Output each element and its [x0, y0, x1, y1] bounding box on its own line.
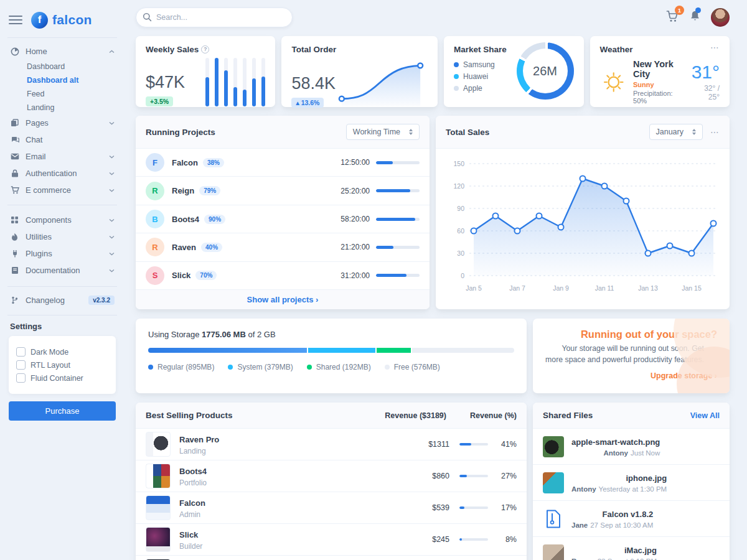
project-avatar: R: [146, 238, 164, 256]
sidebar-item-components[interactable]: Components: [9, 212, 116, 228]
product-name-link[interactable]: Slick: [179, 530, 198, 539]
sidebar-item-email[interactable]: Email: [9, 148, 116, 165]
sidebar-item-landing[interactable]: Landing: [26, 101, 116, 114]
chevron-down-icon: [108, 218, 115, 222]
dark-mode-checkbox[interactable]: [16, 347, 26, 357]
sidebar-item-pages[interactable]: Pages: [9, 114, 116, 131]
file-time: Just Now: [631, 449, 660, 457]
total-sales-menu-icon[interactable]: ⋯: [710, 129, 720, 134]
file-thumbnail: [543, 436, 564, 457]
weekly-sales-bar-chart: [205, 58, 265, 106]
notification-dot: [695, 7, 701, 13]
working-time-select[interactable]: Working Time: [346, 124, 420, 140]
project-time: 31:20:00: [341, 271, 370, 280]
project-progress-bar: [376, 218, 420, 221]
file-thumbnail: [543, 472, 564, 493]
sidebar-item-utilities[interactable]: Utilities: [9, 228, 116, 245]
project-row: R Reign 79% 25:20:00: [136, 177, 430, 205]
file-author: Jane: [571, 521, 588, 529]
search-input[interactable]: [136, 7, 293, 27]
fluid-container-checkbox[interactable]: [16, 373, 26, 383]
cart-icon: [10, 186, 19, 194]
market-share-legend: Samsung Huawei Apple: [454, 60, 507, 93]
sidebar-item-authentication[interactable]: Authentication: [9, 165, 116, 182]
product-price: $539: [421, 503, 449, 512]
product-name-link[interactable]: Boots4: [179, 467, 207, 476]
svg-text:0: 0: [461, 272, 464, 279]
huawei-dot: [454, 74, 459, 79]
product-name-link[interactable]: Raven Pro: [179, 435, 219, 444]
product-name-link[interactable]: Falcon: [179, 498, 205, 508]
running-projects-title: Running Projects: [146, 128, 215, 137]
sidebar-item-dashboard[interactable]: Dashboard: [26, 60, 116, 73]
cart-button[interactable]: 1: [666, 10, 679, 25]
rtl-layout-checkbox[interactable]: [16, 360, 26, 370]
cart-badge: 1: [675, 6, 684, 15]
hamburger-menu-icon[interactable]: [9, 13, 22, 27]
total-order-value: 58.4K: [291, 74, 336, 93]
falcon-logo-icon: f: [31, 12, 48, 29]
month-select[interactable]: January: [649, 124, 703, 140]
svg-text:Jan 9: Jan 9: [553, 284, 569, 292]
sidebar-item-feed[interactable]: Feed: [26, 87, 116, 101]
sidebar-item-home[interactable]: Home: [9, 43, 116, 60]
purchase-button[interactable]: Purchase: [9, 401, 116, 421]
info-icon[interactable]: ?: [201, 45, 209, 54]
project-row: B Boots4 90% 58:20:00: [136, 205, 430, 233]
file-name-link[interactable]: iphone.jpg: [626, 474, 667, 483]
file-author: Rowen: [571, 558, 595, 560]
fluid-container-toggle[interactable]: Fluid Container: [16, 373, 108, 383]
product-percent: 41%: [498, 440, 517, 449]
user-avatar[interactable]: [711, 8, 730, 27]
project-name-link[interactable]: Reign: [172, 186, 194, 195]
samsung-dot: [454, 62, 459, 67]
falcon-logo[interactable]: f falcon: [31, 12, 92, 29]
pages-icon: [10, 119, 19, 127]
chart-pie-icon: [10, 47, 19, 56]
notifications-button[interactable]: [689, 10, 701, 25]
view-all-link[interactable]: View All: [690, 411, 720, 420]
file-name-link[interactable]: Falcon v1.8.2: [603, 510, 654, 519]
file-time: 23 Sep at 6:10 PM: [598, 558, 657, 560]
rtl-layout-toggle[interactable]: RTL Layout: [16, 360, 108, 370]
project-name-link[interactable]: Slick: [172, 271, 190, 280]
chevron-down-icon: [108, 121, 115, 125]
file-name-link[interactable]: iMac.jpg: [624, 546, 657, 555]
sidebar-item-ecommerce[interactable]: E commerce: [9, 182, 116, 198]
file-thumbnail: [543, 544, 564, 560]
project-progress-bar: [376, 274, 420, 277]
weekly-sales-badge: +3.5%: [146, 96, 173, 106]
sidebar-item-documentation[interactable]: Documentation: [9, 262, 116, 279]
project-name-link[interactable]: Raven: [172, 243, 196, 252]
product-percent: 27%: [498, 472, 517, 480]
project-name-link[interactable]: Falcon: [172, 158, 198, 167]
revenue-column-header: Revenue ($3189): [385, 411, 446, 420]
chevron-down-icon: [108, 189, 115, 192]
best-selling-products-card: Best Selling Products Revenue ($3189) Re…: [136, 403, 527, 560]
project-name-link[interactable]: Boots4: [172, 215, 199, 224]
project-progress-badge: 79%: [199, 186, 220, 195]
logo-text: falcon: [52, 12, 92, 27]
file-name-link[interactable]: apple-smart-watch.png: [571, 437, 660, 447]
best-selling-title: Best Selling Products: [146, 411, 233, 420]
project-time: 25:20:00: [341, 187, 370, 195]
sidebar-item-chat[interactable]: Chat: [9, 131, 116, 148]
show-all-projects-link[interactable]: Show all projects ›: [136, 290, 430, 309]
dark-mode-toggle[interactable]: Dark Mode: [16, 347, 108, 357]
dashboard-page: f falcon Home Dashboard Dashboard alt Fe…: [0, 0, 747, 560]
product-thumbnail: [146, 464, 171, 488]
svg-text:30: 30: [457, 250, 464, 257]
product-thumbnail: [146, 527, 171, 552]
svg-text:Jan 5: Jan 5: [466, 284, 482, 292]
sidebar-item-plugins[interactable]: Plugins: [9, 245, 116, 262]
plug-icon: [10, 250, 19, 258]
sidebar-item-dashboard-alt[interactable]: Dashboard alt: [26, 73, 116, 87]
storage-title: Using Storage 1775.06 MB of 2 GB: [148, 330, 514, 339]
weather-menu-icon[interactable]: ⋯: [710, 45, 720, 54]
product-category: Portfolio: [179, 478, 207, 487]
project-avatar: F: [146, 153, 164, 172]
project-progress-badge: 90%: [204, 215, 225, 224]
total-order-card: Total Order 58.4K ▴ 13.6%: [281, 36, 438, 107]
sidebar-item-changelog[interactable]: Changelog v2.3.2: [9, 292, 116, 309]
weekly-sales-value: $47K: [146, 73, 185, 92]
